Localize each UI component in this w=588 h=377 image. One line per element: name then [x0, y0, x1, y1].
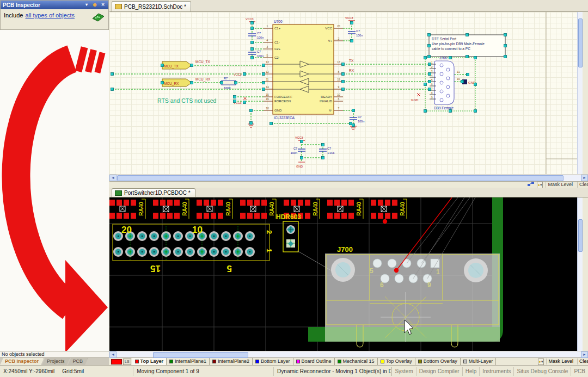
- hdr603-component[interactable]: HDR603: [276, 213, 301, 252]
- panel-tab-pcb-inspector[interactable]: PCB Inspector: [0, 358, 44, 365]
- tab-schdoc[interactable]: PCB_RS2321D.SchDoc *: [112, 1, 191, 11]
- ra-designator: RA40: [356, 202, 362, 216]
- pcbdoc-icon: [115, 190, 122, 196]
- schematic-canvas[interactable]: U700 ICL3223ECA 1C1+4C1-3C2+5C2-13121114…: [109, 12, 583, 174]
- tab-pcbdoc[interactable]: PortSwitcher1D.PCBDOC *: [112, 188, 195, 197]
- ic-ref: U700: [274, 20, 283, 23]
- status-bar: X:2450mil Y:-2960mil Grid:5mil Moving Co…: [0, 365, 588, 377]
- filter-icon[interactable]: ▸▾: [537, 182, 543, 188]
- panel-button-pcb[interactable]: PCB: [571, 367, 588, 376]
- panel-menu-icon[interactable]: ▾: [83, 2, 90, 8]
- cap-value: 100n: [257, 36, 264, 39]
- mask-level-button[interactable]: Mask Level: [546, 182, 574, 188]
- layer-tab-multi-layer[interactable]: Multi-Layer: [461, 358, 497, 365]
- panel-tab-projects[interactable]: Projects: [42, 358, 70, 365]
- layer-tab-internalplane1[interactable]: InternalPlane1: [167, 358, 210, 365]
- netlabel-mcu-tx: MCU_TX: [195, 60, 210, 64]
- panel-button-instruments[interactable]: Instruments: [479, 367, 513, 376]
- panel-pin-icon[interactable]: ◉: [91, 2, 98, 8]
- sch-vscrollbar[interactable]: [577, 12, 583, 174]
- layer-sets-button[interactable]: LS: [123, 359, 131, 365]
- resistor[interactable]: R7 100K: [222, 77, 236, 90]
- ra-designator: RA40: [182, 202, 188, 216]
- pin-name: C2+: [274, 47, 281, 51]
- panel-buttons: SystemDesign CompilerHelpInstrumentsSitu…: [391, 367, 588, 376]
- sch-annotation: RTS and CTS not used: [157, 97, 217, 104]
- db9-pin10: 10: [457, 77, 460, 81]
- left-panel-tabs: PCB Inspector Projects PCB: [0, 357, 109, 365]
- db9-pin-number: 7: [431, 88, 433, 90]
- port-mcu-tx[interactable]: MCU_TX: [162, 61, 192, 69]
- sch-scroll-right-icon[interactable]: ►: [581, 175, 588, 181]
- link-icon[interactable]: [528, 181, 534, 188]
- j700-footprint-dragging[interactable]: 5 1 6 9: [325, 254, 500, 347]
- layer-tab-bottom-overlay[interactable]: Bottom Overlay: [415, 358, 461, 365]
- cap-ref: C7: [293, 147, 297, 150]
- gnd-label-left: GND: [411, 98, 419, 102]
- layer-color-chip: [212, 360, 216, 363]
- panel-button-design-compiler[interactable]: Design Compiler: [416, 367, 462, 376]
- pcb-canvas[interactable]: RA40RA40RA40RA40RA40RA40RA40 20 10 15 5 …: [109, 197, 583, 351]
- panel-button-system[interactable]: System: [391, 367, 415, 376]
- note-box[interactable]: DTE Serial Port Use pin-for-pin DB9 Male…: [429, 35, 505, 57]
- pcb-vscrollbar[interactable]: [577, 197, 583, 351]
- pin-number: 14: [266, 85, 269, 89]
- sch-hscrollbar[interactable]: ◄ ►: [109, 174, 588, 181]
- layer-color-chip: [381, 360, 384, 363]
- mask-level-button-2[interactable]: Mask Level: [546, 359, 575, 364]
- left-column: PCB Inspector ▾ ◉ ✕ Include all types of…: [0, 0, 109, 365]
- panel-button-situs-debug-console[interactable]: Situs Debug Console: [513, 367, 571, 376]
- layer-color-chip: [255, 360, 259, 363]
- layer-tab-top-layer[interactable]: Top Layer: [132, 358, 167, 365]
- include-link[interactable]: all types of objects: [25, 12, 75, 18]
- smd-pad-strip: RA40RA40RA40RA40RA40RA40RA40: [109, 199, 407, 219]
- filter-icon-2[interactable]: ▸▾: [538, 359, 544, 365]
- sch-scroll-left-icon[interactable]: ◄: [109, 175, 117, 181]
- pin-name: GND: [274, 109, 282, 112]
- layer-color-chip: [338, 360, 341, 363]
- pcb-scroll-left-icon[interactable]: ◄: [109, 351, 117, 358]
- ic-transceiver[interactable]: U700 ICL3223ECA 1C1+4C1-3C2+5C2-13121114…: [264, 20, 343, 120]
- db9-desc: DB9 Female: [434, 106, 454, 110]
- note-line2: Use pin-for-pin DB9 Male-Female: [432, 42, 485, 46]
- layer-tab-bottom-layer[interactable]: Bottom Layer: [253, 358, 293, 365]
- current-layer-swatch: [111, 359, 122, 364]
- layer-color-chip: [463, 360, 467, 363]
- layer-tabs: Top LayerInternalPlane1InternalPlane2Bot…: [132, 358, 497, 365]
- clear-button-2[interactable]: Clear: [577, 359, 588, 364]
- pin-number: 2: [338, 37, 340, 40]
- panel-close-icon[interactable]: ✕: [100, 2, 106, 8]
- pin-name: READY: [321, 95, 332, 98]
- status-mode: Dynamic Reconnector - Moving 1 Object(s)…: [274, 367, 391, 376]
- svg-text:GND: GND: [296, 165, 303, 168]
- pcb-scroll-right-icon[interactable]: ►: [581, 351, 588, 358]
- layer-tab-label: Board Outline: [302, 358, 332, 365]
- pcb-hscrollbar[interactable]: ◄ ►: [109, 351, 588, 357]
- pin-name: C1+: [274, 27, 281, 30]
- connection-dot-2: [383, 219, 387, 224]
- pin-name: C2-: [274, 56, 280, 59]
- pin-number: 11: [266, 78, 268, 81]
- layer-tab-label: Bottom Overlay: [424, 358, 457, 365]
- pin-number: 17: [337, 60, 340, 64]
- sch-mask-bar: ▸▾ Mask Level Clear: [109, 181, 588, 188]
- ra-designator: RA40: [313, 202, 318, 216]
- ra-designator: RA40: [138, 202, 144, 216]
- db9-pin-number: 8: [431, 92, 433, 95]
- db9-ref: J700: [439, 56, 447, 60]
- pin-number: 16: [266, 97, 269, 101]
- layer-tab-top-overlay[interactable]: Top Overlay: [378, 358, 415, 365]
- editors-column: PCB_RS2321D.SchDoc *: [109, 0, 588, 365]
- header-connector[interactable]: 20 10 15 5 2 1: [113, 224, 273, 274]
- panel-tab-pcb[interactable]: PCB: [68, 358, 89, 365]
- db9-pin11: 11: [457, 70, 460, 73]
- pcb-inspector-titlebar[interactable]: PCB Inspector ▾ ◉ ✕: [1, 1, 108, 9]
- layer-tab-board-outline[interactable]: Board Outline: [293, 358, 335, 365]
- port-mcu-rx[interactable]: MCU_RX: [162, 79, 192, 86]
- clear-button[interactable]: Clear: [577, 182, 588, 188]
- panel-button-help[interactable]: Help: [462, 367, 480, 376]
- layer-tab-mechanical-15[interactable]: Mechanical 15: [335, 358, 378, 365]
- layer-tab-label: Multi-Layer: [469, 358, 493, 365]
- cap-ref: C7: [257, 50, 261, 53]
- layer-tab-internalplane2[interactable]: InternalPlane2: [210, 358, 253, 365]
